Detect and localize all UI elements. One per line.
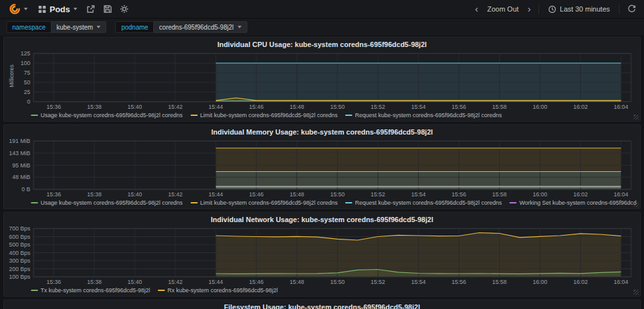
svg-text:125: 125 (21, 50, 30, 57)
svg-text:95 MiB: 95 MiB (12, 162, 30, 169)
var-label-namespace: namespace (6, 21, 51, 33)
svg-text:48 MiB: 48 MiB (12, 174, 30, 180)
grafana-menu-button[interactable] (5, 1, 32, 17)
panel-legend: Usage kube-system coredns-695f96dcd5-98j… (8, 198, 636, 207)
chart-canvas: 15:3615:3815:4015:4215:4415:4615:4815:50… (8, 137, 636, 198)
time-back-button[interactable]: ‹ (472, 5, 480, 14)
navbar-left: Pods (5, 1, 131, 17)
svg-text:15:48: 15:48 (290, 104, 305, 110)
svg-text:15:48: 15:48 (290, 191, 305, 198)
memory-chart: 15:3615:3815:4015:4215:4415:4615:4815:50… (8, 137, 636, 198)
svg-text:400 Bps: 400 Bps (9, 250, 31, 256)
save-button[interactable] (100, 3, 115, 15)
var-label-podname: podname (115, 21, 153, 33)
dashboard-panels: Individual CPU Usage: kube-system coredn… (0, 35, 644, 309)
svg-text:15:36: 15:36 (46, 104, 61, 110)
legend-item[interactable]: Tx kube-system coredns-695f96dcd5-98j2l (31, 287, 150, 294)
save-icon (103, 5, 112, 14)
legend-item[interactable]: Working Set kube-system coredns-695f96dc… (509, 200, 636, 206)
svg-text:15:46: 15:46 (249, 104, 264, 110)
share-icon (86, 5, 95, 14)
svg-text:15:42: 15:42 (168, 279, 183, 285)
svg-text:50: 50 (24, 79, 30, 86)
time-range-button[interactable]: Last 30 minutes (544, 3, 614, 15)
svg-text:600 Bps: 600 Bps (9, 234, 31, 240)
svg-text:15:38: 15:38 (87, 279, 102, 285)
svg-text:15:54: 15:54 (411, 104, 426, 110)
panel-resize-handle[interactable] (634, 290, 639, 295)
panel-title[interactable]: Individual Network Usage: kube-system co… (8, 214, 636, 225)
svg-text:15:40: 15:40 (128, 191, 142, 198)
svg-text:16:02: 16:02 (573, 191, 588, 198)
legend-color-marker (31, 115, 38, 116)
svg-text:16:04: 16:04 (614, 279, 629, 285)
svg-text:15:48: 15:48 (290, 279, 305, 285)
template-var-namespace: namespace kube-system (6, 21, 106, 33)
panel-cpu-usage: Individual CPU Usage: kube-system coredn… (3, 37, 641, 122)
svg-text:15:46: 15:46 (249, 191, 264, 198)
svg-text:16:02: 16:02 (573, 104, 588, 110)
divider (619, 5, 620, 14)
network-chart: 15:3615:3815:4015:4215:4415:4615:4815:50… (8, 225, 636, 285)
panel-network-usage: Individual Network Usage: kube-system co… (3, 212, 641, 297)
svg-text:15:54: 15:54 (411, 279, 426, 285)
svg-text:15:36: 15:36 (46, 279, 61, 285)
svg-text:15:38: 15:38 (87, 191, 102, 198)
legend-item[interactable]: Usage kube-system coredns-695f96dcd5-98j… (31, 200, 183, 206)
dashboard-title: Pods (50, 5, 70, 14)
svg-text:15:52: 15:52 (371, 191, 386, 198)
chevron-down-icon (73, 8, 77, 10)
legend-color-marker (191, 115, 198, 116)
template-var-podname: podname coredns-695f96dcd5-98j2l (115, 21, 247, 33)
chevron-down-icon (97, 26, 100, 28)
svg-text:15:56: 15:56 (451, 104, 466, 110)
svg-text:300 Bps: 300 Bps (9, 258, 31, 264)
time-forward-button[interactable]: › (525, 5, 533, 14)
panel-resize-handle[interactable] (634, 202, 639, 207)
var-value-text: kube-system (57, 24, 93, 31)
svg-text:15:44: 15:44 (209, 104, 223, 110)
svg-text:15:38: 15:38 (87, 104, 102, 110)
panel-title[interactable]: Individual Memory Usage: kube-system cor… (8, 127, 636, 137)
legend-item[interactable]: Usage kube-system coredns-695f96dcd5-98j… (31, 112, 183, 118)
legend-item[interactable]: Limit kube-system coredns-695f96dcd5-98j… (191, 200, 338, 206)
svg-text:15:44: 15:44 (209, 279, 223, 285)
var-value-namespace-dropdown[interactable]: kube-system (51, 21, 107, 33)
svg-text:16:02: 16:02 (573, 279, 588, 285)
svg-text:15:40: 15:40 (128, 104, 142, 110)
gear-icon (120, 5, 129, 14)
legend-color-marker (31, 290, 38, 291)
dashboard-picker-button[interactable]: Pods (34, 3, 81, 16)
refresh-icon (627, 5, 636, 14)
zoom-out-button[interactable]: Zoom Out (483, 3, 522, 15)
svg-text:15:56: 15:56 (451, 279, 466, 285)
svg-text:16:04: 16:04 (614, 191, 629, 198)
svg-text:15:50: 15:50 (330, 191, 345, 198)
panel-title[interactable]: Filesystem Usage: kube-system coredns-69… (8, 302, 636, 309)
svg-text:15:46: 15:46 (249, 279, 264, 285)
refresh-button[interactable] (625, 3, 639, 15)
var-value-text: coredns-695f96dcd5-98j2l (159, 24, 234, 31)
share-button[interactable] (84, 3, 98, 15)
var-value-podname-dropdown[interactable]: coredns-695f96dcd5-98j2l (153, 21, 247, 33)
legend-item[interactable]: Rx kube-system coredns-695f96dcd5-98j2l (158, 287, 278, 294)
navbar-right: ‹ Zoom Out › Last 30 minutes (472, 3, 639, 15)
legend-item[interactable]: Limit kube-system coredns-695f96dcd5-98j… (191, 112, 338, 118)
svg-text:15:56: 15:56 (451, 191, 466, 198)
svg-text:75: 75 (24, 70, 30, 76)
legend-item[interactable]: Request kube-system coredns-695f96dcd5-9… (345, 112, 502, 118)
svg-text:15:36: 15:36 (46, 191, 61, 198)
legend-item[interactable]: Request kube-system coredns-695f96dcd5-9… (345, 200, 502, 206)
legend-color-marker (509, 202, 516, 203)
svg-text:16:00: 16:00 (533, 279, 547, 285)
panel-title[interactable]: Individual CPU Usage: kube-system coredn… (8, 39, 636, 50)
svg-text:16:00: 16:00 (533, 104, 547, 110)
settings-button[interactable] (117, 3, 131, 15)
clock-icon (548, 5, 556, 14)
panel-resize-handle[interactable] (634, 115, 639, 120)
legend-label: Limit kube-system coredns-695f96dcd5-98j… (200, 112, 338, 118)
legend-color-marker (158, 290, 165, 291)
legend-label: Request kube-system coredns-695f96dcd5-9… (355, 112, 502, 118)
svg-text:100 Bps: 100 Bps (9, 274, 31, 280)
panel-memory-usage: Individual Memory Usage: kube-system cor… (3, 124, 641, 209)
